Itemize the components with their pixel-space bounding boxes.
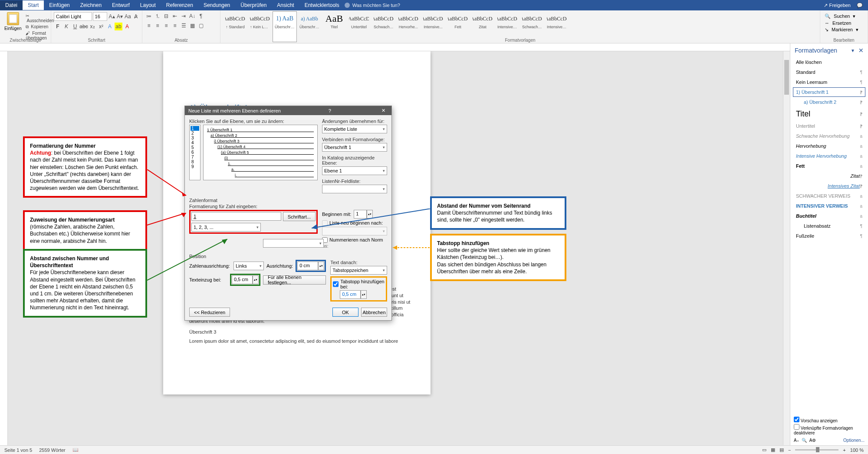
tab-design[interactable]: Entwurf bbox=[107, 0, 135, 10]
tab-view[interactable]: Ansicht bbox=[272, 0, 299, 10]
include-prev-combo[interactable] bbox=[263, 239, 324, 248]
style-pane-item[interactable]: INTENSIVER VERWEISa bbox=[793, 201, 865, 211]
bullets-icon[interactable]: ≔ bbox=[145, 12, 153, 20]
set-all-levels-button[interactable]: Für alle Ebenen festlegen... bbox=[263, 275, 326, 285]
link-style-combo[interactable]: Überschrift 1 bbox=[322, 143, 387, 152]
borders-icon[interactable]: ▢ bbox=[197, 22, 205, 30]
select-button[interactable]: ↘ Markieren ▾ bbox=[823, 27, 865, 33]
tell-me[interactable]: Was möchten Sie tun? bbox=[345, 3, 400, 8]
font-name-combo[interactable]: Calibri Light bbox=[54, 12, 92, 21]
style-pane-item[interactable]: Zitat⁋ bbox=[793, 171, 865, 181]
norm-checkbox[interactable]: Nummerieren nach Norm bbox=[322, 237, 387, 243]
inc-indent-icon[interactable]: ⇥ bbox=[180, 12, 187, 20]
clear-format-icon[interactable]: A̷ bbox=[132, 13, 139, 20]
subscript-icon[interactable]: x₂ bbox=[89, 23, 96, 30]
shading-icon[interactable]: ▦ bbox=[188, 22, 196, 30]
apply-combo[interactable]: Komplette Liste bbox=[322, 125, 387, 133]
align-right-icon[interactable]: ≡ bbox=[162, 22, 170, 30]
disable-linked-checkbox[interactable]: Verknüpfte Formatvorlagen deaktiviere bbox=[794, 424, 865, 435]
sort-icon[interactable]: A↓ bbox=[188, 12, 196, 20]
style-pane-item[interactable]: Kein Leerraum¶ bbox=[793, 77, 865, 87]
listnr-combo[interactable] bbox=[322, 185, 387, 193]
help-icon[interactable]: ? bbox=[326, 108, 334, 113]
tab-insert[interactable]: Einfügen bbox=[44, 0, 75, 10]
style-pane-item[interactable]: Intensive Hervorhebunga bbox=[793, 151, 865, 161]
strike-icon[interactable]: abc bbox=[80, 23, 88, 30]
clear-all[interactable]: Alle löschen bbox=[793, 57, 865, 67]
vertical-scrollbar[interactable] bbox=[783, 51, 790, 445]
style-pane-item[interactable]: Standard¶ bbox=[793, 67, 865, 77]
tab-draw[interactable]: Zeichnen bbox=[75, 0, 107, 10]
bold-icon[interactable]: F bbox=[54, 23, 62, 30]
tab-start[interactable]: Start bbox=[23, 0, 44, 10]
show-preview-checkbox[interactable]: Vorschau anzeigen bbox=[794, 417, 865, 423]
align-left-icon[interactable]: ≡ bbox=[145, 22, 153, 30]
style-pane-item[interactable]: Fetta bbox=[793, 161, 865, 171]
number-format-input[interactable]: 1 bbox=[191, 212, 281, 221]
word-count[interactable]: 2559 Wörter bbox=[39, 447, 66, 453]
vertical-ruler[interactable] bbox=[0, 51, 8, 445]
horizontal-ruler[interactable] bbox=[0, 43, 868, 51]
num-align-combo[interactable]: Links bbox=[233, 262, 264, 270]
style-pane-item[interactable]: Hervorhebunga bbox=[793, 141, 865, 151]
new-style-icon[interactable]: A₊ bbox=[794, 438, 799, 443]
align-center-icon[interactable]: ≡ bbox=[154, 22, 161, 30]
tab-review[interactable]: Überprüfen bbox=[235, 0, 272, 10]
shrink-font-icon[interactable]: A▾ bbox=[116, 13, 123, 20]
zoom-in-icon[interactable]: + bbox=[843, 447, 845, 453]
style-pane-item[interactable]: Listenabsatz¶ bbox=[793, 221, 865, 231]
replace-button[interactable]: ↔ Ersetzen bbox=[823, 20, 865, 26]
grow-font-icon[interactable]: A▴ bbox=[108, 13, 115, 20]
dialog-titlebar[interactable]: Neue Liste mit mehreren Ebenen definiere… bbox=[185, 106, 391, 115]
text-indent-spinner[interactable]: 0,5 cm▴▾ bbox=[232, 275, 259, 284]
text-effects-icon[interactable]: A bbox=[106, 23, 114, 30]
options-link[interactable]: Optionen... bbox=[843, 438, 865, 443]
page-indicator[interactable]: Seite 1 von 5 bbox=[4, 447, 32, 453]
font-size-combo[interactable]: 16 bbox=[93, 12, 108, 21]
language-icon[interactable]: 📖 bbox=[72, 447, 79, 453]
tab-layout[interactable]: Layout bbox=[135, 0, 161, 10]
tab-at-spinner[interactable]: 0,5 cm▴▾ bbox=[340, 290, 385, 299]
numbering-icon[interactable]: ⒈ bbox=[154, 12, 161, 20]
line-spacing-icon[interactable]: ☰ bbox=[180, 22, 187, 30]
style-pane-item[interactable]: Untertitel⁋ bbox=[793, 121, 865, 131]
number-style-combo[interactable]: 1, 2, 3, ... bbox=[191, 223, 261, 232]
aligned-at-spinner[interactable]: 0 cm▴▾ bbox=[297, 262, 324, 270]
font-button[interactable]: Schriftart... bbox=[283, 212, 316, 221]
pane-menu-icon[interactable]: ▼ bbox=[851, 48, 855, 53]
comments-icon[interactable]: 💬 bbox=[857, 3, 863, 8]
manage-styles-icon[interactable]: A⚙ bbox=[809, 438, 816, 443]
highlight-icon[interactable]: ab bbox=[115, 23, 122, 30]
tab-mailings[interactable]: Sendungen bbox=[198, 0, 235, 10]
style-pane-item[interactable]: Titel⁋ bbox=[793, 107, 865, 121]
italic-icon[interactable]: K bbox=[62, 23, 70, 30]
style-inspector-icon[interactable]: 🔍 bbox=[802, 438, 807, 443]
zoom-slider[interactable] bbox=[795, 449, 838, 451]
view-print-icon[interactable]: ▦ bbox=[771, 447, 775, 453]
justify-icon[interactable]: ≡ bbox=[171, 22, 179, 30]
style-pane-item[interactable]: Fußzeile¶ bbox=[793, 231, 865, 241]
tab-references[interactable]: Referenzen bbox=[161, 0, 198, 10]
style-pane-item[interactable]: SCHWACHER VERWEISa bbox=[793, 191, 865, 201]
superscript-icon[interactable]: x² bbox=[97, 23, 105, 30]
share-button[interactable]: ↗ Freigeben bbox=[824, 3, 851, 8]
find-button[interactable]: 🔍 Suchen ▾ bbox=[823, 13, 865, 20]
zoom-level[interactable]: 100 % bbox=[850, 447, 864, 453]
pilcrow-icon[interactable]: ¶ bbox=[197, 12, 205, 20]
font-color-icon[interactable]: A bbox=[123, 23, 131, 30]
level-list[interactable]: 123456789 bbox=[189, 125, 201, 180]
restart-checkbox[interactable]: Liste neu beginnen nach: bbox=[322, 220, 387, 226]
view-read-icon[interactable]: ▭ bbox=[762, 447, 766, 453]
cancel-button[interactable]: Abbrechen bbox=[361, 308, 387, 317]
change-case-icon[interactable]: Aa bbox=[124, 13, 131, 20]
view-web-icon[interactable]: ▤ bbox=[779, 447, 784, 453]
dec-indent-icon[interactable]: ⇤ bbox=[171, 12, 179, 20]
pane-close-icon[interactable]: ✕ bbox=[858, 47, 864, 54]
underline-icon[interactable]: U bbox=[71, 23, 79, 30]
close-icon[interactable]: ✕ bbox=[379, 108, 388, 113]
style-pane-item[interactable]: Buchtitela bbox=[793, 211, 865, 221]
reduce-button[interactable]: << Reduzieren bbox=[189, 308, 230, 317]
style-pane-item[interactable]: Schwache Hervorhebunga bbox=[793, 131, 865, 141]
style-pane-item[interactable]: 1) Überschrift 1⁋ bbox=[793, 87, 865, 97]
zoom-out-icon[interactable]: − bbox=[788, 447, 791, 453]
